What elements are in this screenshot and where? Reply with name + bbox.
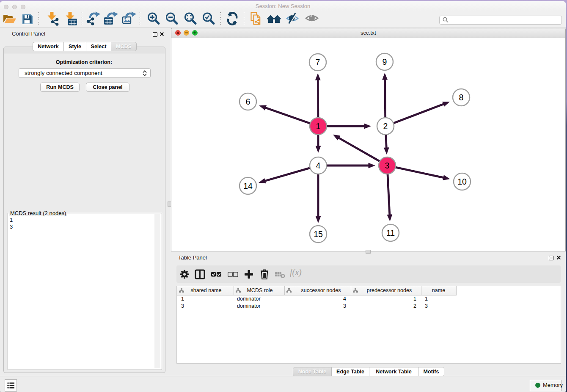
svg-text:8: 8 — [459, 93, 464, 102]
svg-text:10: 10 — [457, 177, 467, 186]
svg-text:6: 6 — [246, 97, 250, 106]
svg-text:4: 4 — [316, 161, 321, 170]
svg-text:11: 11 — [386, 228, 395, 237]
svg-text:3: 3 — [385, 161, 390, 170]
svg-text:1: 1 — [316, 121, 321, 131]
svg-text:7: 7 — [316, 58, 320, 67]
svg-text:9: 9 — [383, 57, 387, 66]
svg-text:14: 14 — [243, 181, 253, 190]
svg-text:15: 15 — [314, 229, 323, 239]
svg-text:2: 2 — [383, 121, 388, 131]
